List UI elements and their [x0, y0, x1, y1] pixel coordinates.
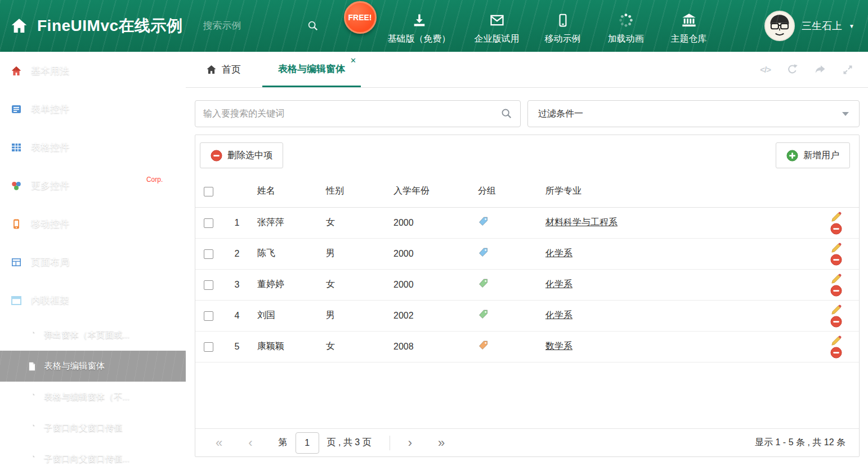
- filter-dropdown[interactable]: 过滤条件一: [527, 100, 860, 127]
- home-icon[interactable]: [10, 17, 28, 35]
- sidebar: 基本用法 ▶ 表单控件 ▶ 表格控件 ▶ 更多控件 Corp. ▶ 移动控件 ▶: [0, 52, 186, 470]
- row-checkbox[interactable]: [204, 218, 213, 228]
- delete-row-icon[interactable]: [830, 347, 842, 359]
- tag-icon: [478, 216, 489, 227]
- prev-page-button[interactable]: ‹: [248, 437, 252, 449]
- record-count-summary: 显示 1 - 5 条 , 共 12 条: [755, 437, 845, 449]
- header-nav: FREE! 基础版（免费） 企业版试用 移动示例 加载动画: [388, 7, 709, 45]
- sidebar-item-grid[interactable]: 表格控件 ▶: [0, 128, 186, 167]
- keyword-search-input[interactable]: [195, 100, 521, 127]
- nav-item-loading-animation[interactable]: 加载动画: [606, 7, 646, 45]
- tag-icon: [478, 309, 489, 320]
- edit-pencil-icon[interactable]: [830, 335, 842, 347]
- tag-icon: [478, 340, 489, 351]
- data-table: 姓名 性别 入学年份 分组 所学专业 1 张萍萍 女: [195, 176, 859, 362]
- sidebar-subitem-child-to-parent[interactable]: 子窗口向父窗口传值: [0, 413, 186, 444]
- button-label: 新增用户: [803, 150, 839, 162]
- sidebar-item-label: 表格控件: [31, 141, 163, 154]
- nav-item-mobile-demo[interactable]: 移动示例: [543, 7, 583, 45]
- refresh-icon[interactable]: [786, 64, 798, 75]
- close-icon[interactable]: ✕: [350, 56, 356, 65]
- row-number: 4: [221, 300, 253, 331]
- delete-row-icon[interactable]: [830, 316, 842, 328]
- row-number: 5: [221, 331, 253, 362]
- table-row: 3 董婷婷 女 2000 化学系: [195, 269, 859, 300]
- user-menu[interactable]: 三生石上 ▼: [764, 11, 858, 41]
- grid-empty-space: [195, 362, 859, 429]
- home-tab-icon: [206, 64, 217, 75]
- edit-pencil-icon[interactable]: [830, 211, 842, 223]
- search-icon[interactable]: [307, 20, 319, 34]
- major-link[interactable]: 化学系: [545, 248, 572, 258]
- nav-item-basic-free[interactable]: 基础版（免费）: [388, 7, 451, 45]
- page-number-input[interactable]: 1: [296, 432, 319, 454]
- sidebar-item-layout[interactable]: 页面布局 ▶: [0, 243, 186, 281]
- major-link[interactable]: 化学系: [545, 279, 572, 289]
- major-link[interactable]: 材料科学与工程系: [545, 217, 618, 227]
- file-icon: [27, 330, 37, 341]
- sidebar-item-more[interactable]: 更多控件 Corp. ▶: [0, 167, 186, 205]
- form-icon: [10, 103, 23, 115]
- grid-toolbar: 删除选中项 新增用户: [195, 135, 859, 176]
- envelope-icon: [489, 12, 505, 30]
- sidebar-item-basic[interactable]: 基本用法 ▶: [0, 52, 186, 90]
- caret-down-icon: [842, 112, 849, 116]
- column-header-group: 分组: [473, 176, 541, 207]
- sidebar-subitem-grid-edit-window-2[interactable]: 表格与编辑窗体（不...: [0, 382, 186, 413]
- sidebar-item-label: 移动控件: [31, 217, 163, 230]
- edit-pencil-icon[interactable]: [830, 304, 842, 316]
- header-search-input[interactable]: [203, 15, 320, 37]
- chevron-right-icon: ▶: [171, 144, 176, 150]
- header-search: [203, 15, 320, 37]
- chevron-right-icon: ▶: [171, 221, 176, 227]
- file-icon: [27, 361, 37, 371]
- next-page-button[interactable]: ›: [408, 437, 412, 449]
- avatar: [764, 11, 795, 41]
- sidebar-item-iframe[interactable]: 内联框架 ▼: [0, 281, 186, 320]
- sidebar-subitem-child-to-parent-2[interactable]: 子窗口向父窗口传值...: [0, 444, 186, 470]
- keyword-search: [195, 100, 521, 127]
- sidebar-subitem-popup-window[interactable]: 弹出窗体（本页面或...: [0, 320, 186, 351]
- corp-badge: Corp.: [146, 176, 163, 183]
- nav-item-theme-repo[interactable]: 主题仓库: [669, 7, 709, 45]
- nav-label: 主题仓库: [671, 33, 707, 45]
- free-badge: FREE!: [344, 1, 377, 34]
- cell-gender: 女: [321, 207, 389, 238]
- column-header-name: 姓名: [253, 176, 321, 207]
- source-code-icon[interactable]: </>: [760, 65, 771, 74]
- row-checkbox[interactable]: [204, 249, 213, 259]
- table-row: 1 张萍萍 女 2000 材料科学与工程系: [195, 207, 859, 238]
- row-checkbox[interactable]: [204, 311, 213, 321]
- select-all-checkbox[interactable]: [204, 187, 213, 196]
- first-page-button[interactable]: «: [216, 437, 222, 449]
- major-link[interactable]: 数学系: [545, 341, 572, 351]
- expand-icon[interactable]: [842, 64, 853, 75]
- tab-grid-edit-window[interactable]: 表格与编辑窗体 ✕: [262, 52, 361, 87]
- search-icon[interactable]: [500, 108, 513, 122]
- nav-label: 加载动画: [608, 33, 644, 45]
- delete-row-icon[interactable]: [830, 285, 842, 297]
- last-page-button[interactable]: »: [438, 437, 445, 449]
- sidebar-item-mobile[interactable]: 移动控件 ▶: [0, 205, 186, 243]
- add-user-button[interactable]: 新增用户: [776, 142, 850, 168]
- nav-item-enterprise-trial[interactable]: 企业版试用: [475, 7, 520, 45]
- open-in-new-icon[interactable]: [814, 64, 826, 75]
- edit-pencil-icon[interactable]: [830, 242, 842, 254]
- edit-pencil-icon[interactable]: [830, 273, 842, 285]
- nav-label: 移动示例: [545, 33, 581, 45]
- delete-row-icon[interactable]: [830, 254, 842, 266]
- sidebar-subitem-label: 子窗口向父窗口传值: [44, 422, 123, 434]
- sidebar-item-label: 表单控件: [31, 102, 163, 115]
- sidebar-subitem-grid-edit-window[interactable]: 表格与编辑窗体: [0, 351, 186, 382]
- tab-home[interactable]: 首页: [194, 52, 253, 87]
- major-link[interactable]: 化学系: [545, 310, 572, 320]
- page-prefix-label: 第: [279, 437, 288, 449]
- row-checkbox[interactable]: [204, 342, 213, 352]
- row-checkbox[interactable]: [204, 280, 213, 290]
- cell-year: 2000: [389, 269, 473, 300]
- page-content: 过滤条件一 删除选中项 新增用户: [186, 88, 868, 470]
- sidebar-item-form[interactable]: 表单控件 ▶: [0, 90, 186, 128]
- delete-row-icon[interactable]: [830, 223, 842, 235]
- sidebar-subitem-label: 弹出窗体（本页面或...: [44, 329, 129, 341]
- delete-selected-button[interactable]: 删除选中项: [200, 142, 283, 168]
